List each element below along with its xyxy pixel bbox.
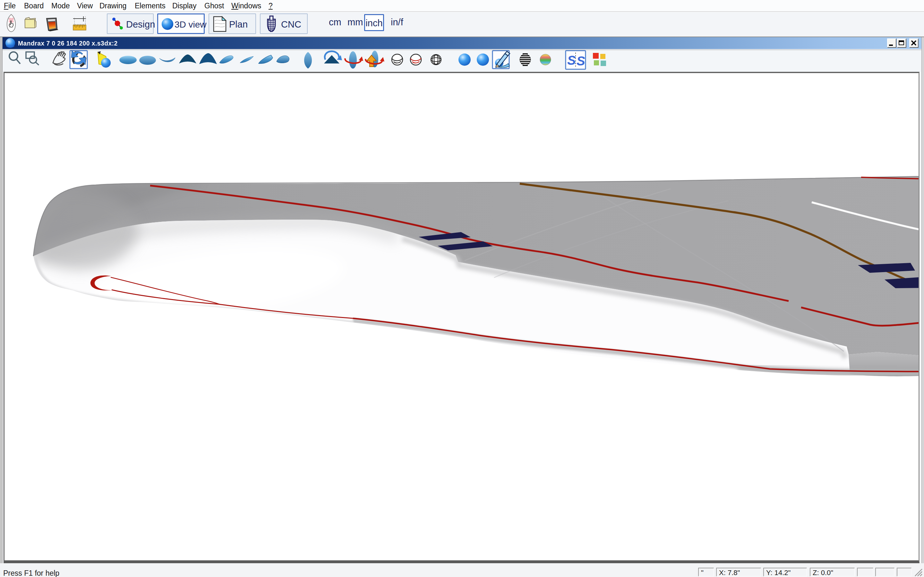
svg-text:S: S	[567, 53, 576, 67]
svg-text:S: S	[577, 54, 585, 68]
